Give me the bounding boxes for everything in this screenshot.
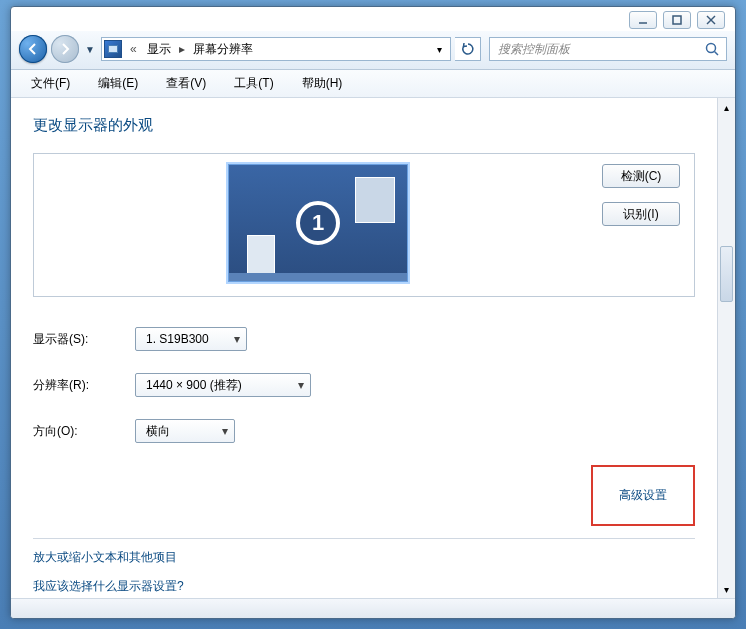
advanced-settings-link[interactable]: 高级设置 (591, 465, 695, 526)
resolution-dropdown[interactable]: 1440 × 900 (推荐) ▾ (135, 373, 311, 397)
forward-button[interactable] (51, 35, 79, 63)
chevron-right-icon[interactable]: ▸ (175, 42, 189, 56)
monitor-number-badge: 1 (296, 201, 340, 245)
chevron-down-icon: ▾ (234, 332, 240, 346)
orientation-value: 横向 (146, 423, 170, 440)
row-orientation: 方向(O): 横向 ▾ (33, 419, 695, 443)
identify-button[interactable]: 识别(I) (602, 202, 680, 226)
breadcrumb-resolution[interactable]: 屏幕分辨率 (189, 41, 257, 58)
menu-help[interactable]: 帮助(H) (288, 71, 357, 96)
resolution-label: 分辨率(R): (33, 377, 135, 394)
zoom-text-link[interactable]: 放大或缩小文本和其他项目 (33, 549, 695, 566)
status-bar (11, 598, 735, 618)
search-box[interactable] (489, 37, 727, 61)
content-area: 更改显示器的外观 1 检测(C) 识别(I) 显示器(S) (11, 98, 735, 598)
page-content: 更改显示器的外观 1 检测(C) 识别(I) 显示器(S) (11, 98, 717, 598)
menu-view[interactable]: 查看(V) (152, 71, 220, 96)
address-bar[interactable]: « 显示 ▸ 屏幕分辨率 ▾ (101, 37, 451, 61)
resolution-value: 1440 × 900 (推荐) (146, 377, 242, 394)
display-settings-form: 显示器(S): 1. S19B300 ▾ 分辨率(R): 1440 × 900 … (33, 327, 695, 443)
row-resolution: 分辨率(R): 1440 × 900 (推荐) ▾ (33, 373, 695, 397)
page-title: 更改显示器的外观 (33, 116, 695, 135)
scroll-up-icon[interactable]: ▴ (718, 98, 735, 116)
scroll-down-icon[interactable]: ▾ (718, 580, 735, 598)
scroll-thumb[interactable] (720, 246, 733, 302)
monitor-preview-area[interactable]: 1 (48, 164, 588, 282)
breadcrumb-overflow-icon[interactable]: « (124, 42, 143, 56)
window-caption (11, 7, 735, 31)
separator (33, 538, 695, 539)
back-button[interactable] (19, 35, 47, 63)
monitor-arrangement-panel: 1 检测(C) 识别(I) (33, 153, 695, 297)
svg-rect-1 (673, 16, 681, 24)
row-display: 显示器(S): 1. S19B300 ▾ (33, 327, 695, 351)
chevron-down-icon: ▾ (222, 424, 228, 438)
refresh-button[interactable] (455, 37, 481, 61)
svg-line-5 (715, 52, 719, 56)
menu-tools[interactable]: 工具(T) (220, 71, 287, 96)
preview-taskbar-icon (229, 273, 407, 281)
control-panel-icon (104, 40, 122, 58)
detect-button[interactable]: 检测(C) (602, 164, 680, 188)
maximize-button[interactable] (663, 11, 691, 29)
advanced-row: 高级设置 (33, 465, 695, 534)
address-dropdown-icon[interactable]: ▾ (430, 38, 448, 60)
svg-point-4 (707, 44, 716, 53)
monitor-1-preview[interactable]: 1 (228, 164, 408, 282)
preview-window-icon (355, 177, 395, 223)
search-input[interactable] (496, 41, 704, 57)
recent-locations-dropdown[interactable]: ▼ (83, 39, 97, 59)
monitor-side-buttons: 检测(C) 识别(I) (588, 164, 680, 282)
vertical-scrollbar[interactable]: ▴ ▾ (717, 98, 735, 598)
minimize-button[interactable] (629, 11, 657, 29)
orientation-dropdown[interactable]: 横向 ▾ (135, 419, 235, 443)
menu-edit[interactable]: 编辑(E) (84, 71, 152, 96)
orientation-label: 方向(O): (33, 423, 135, 440)
search-icon[interactable] (704, 41, 720, 57)
display-dropdown[interactable]: 1. S19B300 ▾ (135, 327, 247, 351)
breadcrumb-display[interactable]: 显示 (143, 41, 175, 58)
menu-bar: 文件(F) 编辑(E) 查看(V) 工具(T) 帮助(H) (11, 70, 735, 98)
scroll-track[interactable] (718, 116, 735, 580)
control-panel-window: ▼ « 显示 ▸ 屏幕分辨率 ▾ 文件(F) 编辑(E) (10, 6, 736, 619)
footer-links: 放大或缩小文本和其他项目 我应该选择什么显示器设置? (33, 549, 695, 595)
display-value: 1. S19B300 (146, 332, 209, 346)
close-button[interactable] (697, 11, 725, 29)
navigation-bar: ▼ « 显示 ▸ 屏幕分辨率 ▾ (11, 31, 735, 70)
which-settings-link[interactable]: 我应该选择什么显示器设置? (33, 578, 695, 595)
chevron-down-icon: ▾ (298, 378, 304, 392)
preview-window2-icon (247, 235, 275, 275)
display-label: 显示器(S): (33, 331, 135, 348)
menu-file[interactable]: 文件(F) (17, 71, 84, 96)
